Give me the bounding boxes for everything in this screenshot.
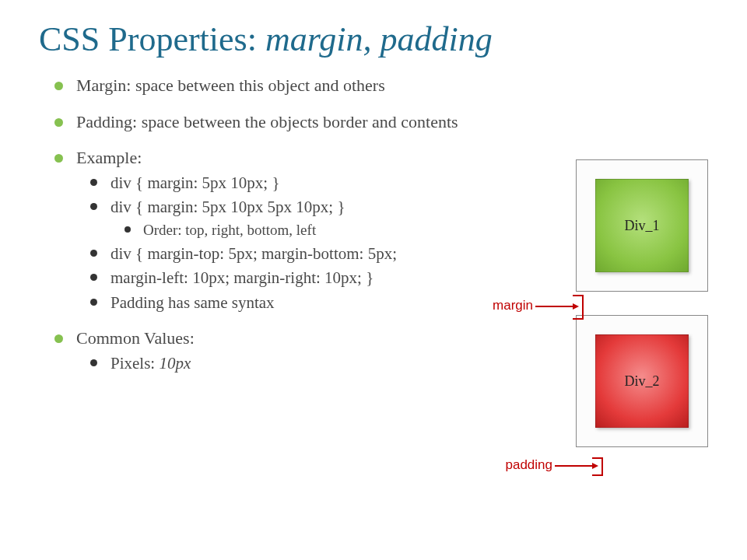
slide-title: CSS Properties: margin, padding bbox=[0, 0, 747, 75]
div2-inner: Div_2 bbox=[595, 334, 689, 428]
arrow-line-icon bbox=[555, 465, 592, 467]
bullet-margin: Margin: space between this object and ot… bbox=[54, 75, 708, 97]
div1-label: Div_1 bbox=[625, 218, 660, 234]
bracket-icon bbox=[573, 295, 584, 320]
margin-callout-label: margin bbox=[493, 298, 533, 313]
div1-outer: Div_1 bbox=[576, 159, 708, 292]
bracket-icon bbox=[592, 457, 603, 476]
title-prefix: CSS Properties: bbox=[39, 20, 265, 58]
div2-outer: Div_2 bbox=[576, 315, 708, 447]
title-italic: margin, padding bbox=[265, 20, 493, 58]
common-values-label: Common Values: bbox=[76, 328, 195, 348]
bullet-example-label: Example: bbox=[76, 148, 142, 167]
bullet-padding: Padding: space between the objects borde… bbox=[54, 111, 708, 134]
div1-inner: Div_1 bbox=[595, 179, 689, 272]
div2-label: Div_2 bbox=[625, 373, 660, 390]
box-model-diagram: Div_1 Div_2 bbox=[576, 159, 724, 447]
arrow-line-icon bbox=[535, 306, 573, 307]
padding-callout-label: padding bbox=[505, 457, 552, 473]
